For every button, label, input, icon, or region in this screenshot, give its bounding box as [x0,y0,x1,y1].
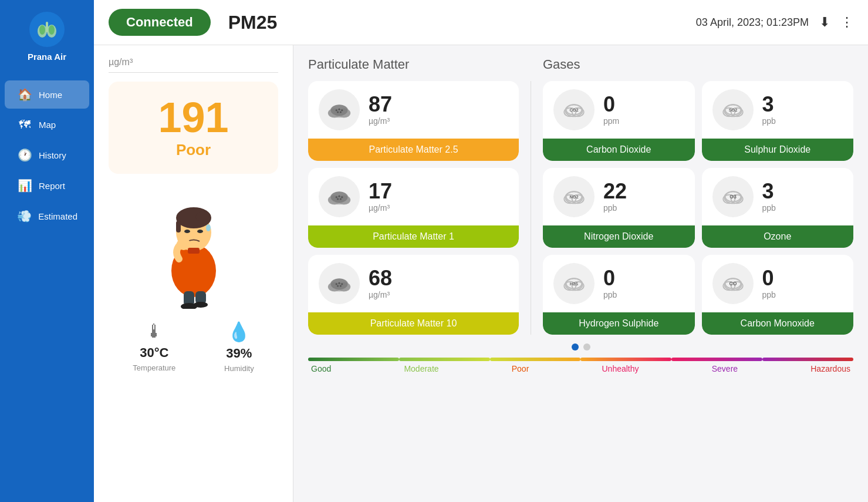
logo-label: Prana Air [28,52,66,62]
humidity-label: Humidity [224,364,254,373]
svg-rect-17 [188,248,200,254]
scale-label-good: Good [311,364,331,373]
weather-row: 🌡 30°C Temperature 💧 39% Humidity [109,321,278,373]
h2s-values: 0 ppb [603,268,617,299]
pm1-label-bar: Particulate Matter 1 [308,225,519,248]
co-values: 0 ppb [762,268,776,299]
o3-card-body: O3 3 ppb [702,168,854,225]
unit-label: µg/m³ [109,57,278,73]
co-number: 0 [762,268,776,289]
co-unit: ppb [762,290,776,299]
svg-text:O3: O3 [729,194,737,200]
so2-icon-circle: SO2 [712,89,754,130]
logo-icon [29,12,65,47]
sidebar-item-home[interactable]: 🏠 Home [5,80,89,109]
so2-unit: ppb [762,116,776,126]
left-panel: µg/m³ 191 Poor [94,45,293,502]
no2-card: NO2 22 ppb Nitrogen Dioxide [543,168,695,248]
content-area: µg/m³ 191 Poor [94,45,868,502]
o3-card: O3 3 ppb Ozone [702,168,854,248]
svg-point-32 [336,196,337,198]
pm1-icon-circle [319,176,360,217]
co2-card-body: CO2 0 ppm [543,81,695,139]
sidebar-label-report: Report [39,181,65,191]
history-icon: 🕐 [16,148,33,162]
download-icon[interactable]: ⬇ [819,15,830,30]
humidity-item: 💧 39% Humidity [224,321,254,373]
pm1-card: 17 µg/m³ Particulate Matter 1 [308,168,519,248]
pm1-values: 17 µg/m³ [369,181,392,213]
aqi-scale-labels: Good Moderate Poor Unhealthy Severe Haza… [308,364,853,373]
svg-point-16 [194,302,208,308]
sidebar-item-history[interactable]: 🕐 History [5,141,89,169]
map-icon: 🗺 [16,118,33,132]
svg-point-27 [340,111,342,113]
pm1-card-body: 17 µg/m³ [308,168,519,225]
h2s-card: H2S 0 ppb Hydrogen Sulphide [543,255,695,335]
svg-point-43 [341,283,343,285]
main-area: Connected PM25 03 April, 2023; 01:23PM ⬇… [94,0,868,502]
svg-point-23 [336,109,337,111]
co-card: CO 0 ppb Carbon Monoxide [702,255,854,335]
pm1-number: 17 [369,181,392,202]
sidebar-label-map: Map [39,120,56,130]
co2-unit: ppm [603,116,619,126]
gas-section-header: Gases [531,57,853,72]
humidity-value: 39% [226,346,252,361]
scale-label-unhealthy: Unhealthy [602,364,639,373]
scale-label-poor: Poor [512,364,529,373]
co-icon-circle: CO [712,263,754,304]
more-options-icon[interactable]: ⋮ [840,15,853,30]
svg-point-34 [341,196,343,198]
gas-cards: CO2 0 ppm Carbon Dioxide [531,81,853,335]
scale-poor [490,358,581,361]
sidebar-item-map[interactable]: 🗺 Map [5,111,89,139]
pm25-card-body: 87 µg/m³ [308,81,519,139]
pm-section-title: Particulate Matter [308,57,409,72]
temperature-label: Temperature [133,363,175,372]
sidebar-label-estimated: Estimated [38,211,77,221]
svg-point-10 [184,230,190,233]
scale-good [308,358,399,361]
aqi-status: Poor [132,141,255,159]
datetime-display: 03 April, 2023; 01:23PM [696,16,809,29]
h2s-number: 0 [603,268,617,289]
home-icon: 🏠 [16,87,33,102]
svg-text:H2S: H2S [570,281,578,287]
svg-rect-8 [176,221,181,233]
pm-section-header: Particulate Matter [308,57,531,72]
scale-hazardous [762,358,853,361]
svg-text:CO: CO [729,281,737,287]
scale-severe [671,358,762,361]
aqi-scale-container: Good Moderate Poor Unhealthy Severe Haza… [308,358,853,373]
sidebar-item-report[interactable]: 📊 Report [5,171,89,200]
svg-point-18 [206,224,211,231]
mascot-area [109,191,278,309]
scale-label-hazardous: Hazardous [810,364,850,373]
aqi-card: 191 Poor [109,82,278,174]
right-panel: Particulate Matter Gases [293,45,868,502]
humidity-icon: 💧 [227,321,251,343]
pm10-number: 68 [369,268,392,289]
pm25-label-bar: Particulate Matter 2.5 [308,139,519,161]
svg-point-25 [341,109,343,111]
thermometer-icon: 🌡 [145,321,164,342]
dot-1[interactable] [572,343,579,351]
so2-card-body: SO2 3 ppb [702,81,854,139]
svg-point-41 [336,283,337,285]
so2-card: SO2 3 ppb Sulphur Dioxide [702,81,854,161]
dot-2[interactable] [583,343,590,351]
o3-label-bar: Ozone [702,225,854,248]
no2-values: 22 ppb [603,181,627,213]
connected-badge: Connected [109,9,211,36]
svg-point-11 [197,230,203,233]
aqi-scale-bars [308,358,853,361]
pagination-dots [308,343,853,351]
no2-number: 22 [603,181,627,202]
no2-label-bar: Nitrogen Dioxide [543,225,695,248]
scale-moderate [399,358,490,361]
no2-unit: ppb [603,203,627,213]
sidebar-item-estimated[interactable]: 💨 Estimated [5,202,89,230]
topbar-right: 03 April, 2023; 01:23PM ⬇ ⋮ [696,15,853,30]
report-icon: 📊 [16,178,33,193]
